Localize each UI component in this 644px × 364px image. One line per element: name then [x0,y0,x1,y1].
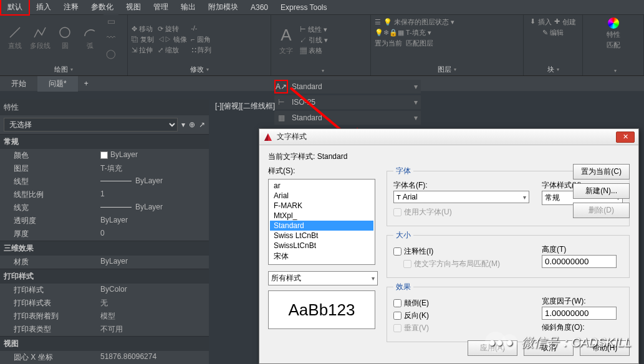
upside-down-checkbox[interactable]: 颠倒(E) [393,298,529,309]
prop-group-header[interactable]: 打印样式 [0,269,209,284]
scale-tool[interactable]: ⤢ 缩放 [158,46,187,55]
props-match[interactable]: 匹配 [607,41,620,50]
quick-select-icon[interactable]: ▾ [181,120,185,129]
mirror-tool[interactable]: ◁▷ 镜像 [158,35,187,44]
prop-row[interactable]: 线型比例1 [0,188,209,201]
prop-group-header[interactable]: 常规 [0,134,209,149]
current-style-value: Standard [317,152,348,161]
layer-current-dd[interactable]: 💡❄🔒▦ T-填充 ▾ [375,28,431,37]
font-name-combo[interactable]: ᴛ Arial▾ [393,191,529,203]
prop-row[interactable]: 打印表附着到模型 [0,310,209,323]
prop-row[interactable]: 打印样式ByColor [0,284,209,297]
circle-tool[interactable]: 圆 [54,22,76,52]
prop-row[interactable]: 线型ByLayer [0,175,209,188]
width-factor-input[interactable] [542,307,617,320]
close-button[interactable]: ✕ [616,132,635,143]
dialog-titlebar[interactable]: 文字样式 ✕ [259,129,638,145]
prop-row[interactable]: 线宽ByLayer [0,201,209,214]
annotative-checkbox[interactable]: 注释性(I) [393,246,529,257]
array-tool[interactable]: ∷ 阵列 [191,46,211,55]
backwards-checkbox[interactable]: 反向(K) [393,310,529,321]
dim-style-icon: ⊢ [274,95,288,109]
dim-style-dd[interactable]: ⊢ ISO-25 ▾ [274,95,421,109]
style-option[interactable]: ar [270,181,373,191]
panel-layers: ☰ 💡 未保存的图层状态 ▾ 💡❄🔒▦ T-填充 ▾ 置为当前 匹配图层 图层 [371,15,524,75]
style-filter[interactable]: 所有样式▾ [268,271,378,285]
menu-manage[interactable]: 管理 [147,0,175,14]
layer-state-dd[interactable]: 💡 未保存的图层状态 ▾ [383,17,454,27]
styles-label: 样式(S): [268,166,378,176]
panel-modify-label[interactable]: 修改 [128,64,271,75]
block-edit[interactable]: ✎ 编辑 [542,28,564,37]
new-button[interactable]: 新建(N)... [573,183,630,199]
style-option[interactable]: SwissLtCnBt [270,241,373,251]
layer-make-current[interactable]: 置为当前 [375,39,402,48]
style-option[interactable]: MtXpl_ [270,211,373,221]
style-option[interactable]: Swiss LtCnBt [270,231,373,241]
arc-tool[interactable]: 弧 [79,22,101,52]
copy-tool[interactable]: ⿻ 复制 [132,35,154,44]
menu-addins[interactable]: 附加模块 [202,0,244,14]
panel-annot-label[interactable] [271,65,370,75]
dim-linear-tool[interactable]: ⊢ 线性 ▾ [300,25,328,34]
spline-tool-icon[interactable]: 〰 [103,30,118,45]
style-option[interactable]: Standard [270,221,373,231]
block-insert[interactable]: ⬇插入 ✚创建 [530,17,576,27]
panel-block-label[interactable]: 块 [524,64,582,75]
select-objects-icon[interactable]: ↗ [199,120,205,129]
style-list[interactable]: arArialF-MARKMtXpl_StandardSwiss LtCnBtS… [268,179,375,265]
polyline-tool[interactable]: 多段线 [29,22,51,52]
props-button[interactable]: 特性 [607,30,620,39]
color-wheel-icon[interactable] [608,17,619,29]
fillet-tool[interactable]: ⌐ 圆角 [191,35,211,44]
ribbon: 直线 多段线 圆 弧 ▭ 〰 ◯ 绘图 ✥ 移动 ⟳ 旋转 -/- ⿻ 复制 ◁… [0,15,644,76]
menu-express[interactable]: Express Tools [274,1,333,14]
table-style-dd[interactable]: ▦ Standard ▾ [274,111,421,125]
prop-group-header[interactable]: 三维效果 [0,241,209,256]
prop-row[interactable]: 打印样式表无 [0,297,209,310]
leader-tool[interactable]: ↙ 引线 ▾ [300,36,328,45]
prop-group-header[interactable]: 视图 [0,336,209,351]
tab-start[interactable]: 开始 [0,76,37,92]
viewport-label[interactable]: [-][俯视][二维线框] [215,101,275,112]
ellipse-tool-icon[interactable]: ◯ [103,46,118,61]
text-tool-label: 文字 [279,46,293,55]
rotate-tool[interactable]: ⟳ 旋转 [158,24,187,34]
prop-row[interactable]: 厚度0 [0,228,209,241]
text-style-icon: A↗ [274,80,288,93]
prop-row[interactable]: 圆心 X 坐标51876.86096274 [0,351,209,364]
style-option[interactable]: 宋体 [270,251,373,262]
layer-match[interactable]: 匹配图层 [406,39,433,48]
menu-a360[interactable]: A360 [244,1,274,14]
layer-props-icon[interactable]: ☰ [375,18,381,26]
prop-row[interactable]: 颜色ByLayer [0,149,209,162]
pickadd-icon[interactable]: ⊕ [189,120,195,129]
text-style-dd[interactable]: A↗ Standard ▾ [274,80,421,93]
style-option[interactable]: Arial [270,191,373,201]
prop-row[interactable]: 打印表类型不可用 [0,323,209,336]
panel-layers-label[interactable]: 图层 [371,64,523,75]
menu-output[interactable]: 输出 [175,0,202,14]
prop-row[interactable]: 材质ByLayer [0,256,209,269]
move-tool[interactable]: ✥ 移动 [132,24,154,34]
panel-props-label[interactable] [583,65,643,75]
tab-plus-icon[interactable]: + [78,77,95,90]
prop-row[interactable]: 图层T-填充 [0,162,209,175]
trim-tool-icon[interactable]: -/- [191,24,211,34]
chevron-down-icon: ▾ [411,98,421,107]
delete-button[interactable]: 删除(D) [573,203,630,218]
line-tool[interactable]: 直线 [4,22,26,52]
match-orient-checkbox[interactable]: 使文字方向与布局匹配(M) [393,259,529,269]
table-tool[interactable]: ▦ 表格 [300,46,328,55]
prop-row[interactable]: 透明度ByLayer [0,214,209,228]
selection-filter[interactable]: 无选择 [4,118,178,132]
tab-problem[interactable]: 问题* [37,76,78,92]
text-tool[interactable]: A文字 [275,26,297,55]
panel-draw-label[interactable]: 绘图 [0,64,127,75]
set-current-button[interactable]: 置为当前(C) [573,164,630,180]
panel-modify: ✥ 移动 ⟳ 旋转 -/- ⿻ 复制 ◁▷ 镜像 ⌐ 圆角 ⇲ 拉伸 ⤢ 缩放 … [128,15,271,75]
height-input[interactable] [542,255,617,268]
rect-tool-icon[interactable]: ▭ [103,14,118,29]
style-option[interactable]: F-MARK [270,201,373,211]
stretch-tool[interactable]: ⇲ 拉伸 [132,46,154,55]
